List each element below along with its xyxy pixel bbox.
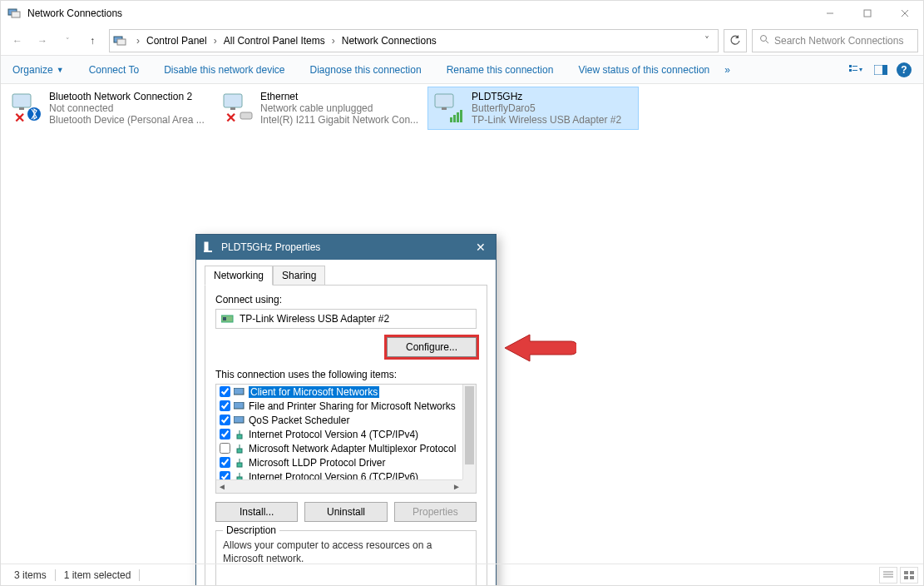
item-checkbox[interactable] bbox=[220, 400, 230, 411]
view-status-button[interactable]: View status of this connection bbox=[578, 64, 709, 76]
connection-item[interactable]: Internet Protocol Version 4 (TCP/IPv4) bbox=[216, 427, 476, 441]
svg-rect-49 bbox=[910, 571, 914, 574]
svg-rect-16 bbox=[12, 94, 31, 107]
toolbar: Organize▼ Connect To Disable this networ… bbox=[1, 56, 923, 84]
view-options-button[interactable] bbox=[847, 61, 865, 79]
svg-rect-7 bbox=[117, 39, 126, 45]
up-button[interactable]: ↑ bbox=[81, 29, 104, 52]
connection-item[interactable]: Microsoft Network Adapter Multiplexor Pr… bbox=[216, 441, 476, 455]
adapter-ethernet[interactable]: ✕ Ethernet Network cable unplugged Intel… bbox=[217, 87, 427, 129]
connect-using-label: Connect using: bbox=[215, 294, 477, 305]
vertical-scrollbar[interactable] bbox=[462, 385, 476, 479]
large-icons-view-button[interactable] bbox=[900, 567, 918, 584]
svg-rect-17 bbox=[19, 107, 24, 110]
refresh-button[interactable] bbox=[724, 29, 747, 52]
service-icon bbox=[234, 401, 245, 411]
item-checkbox[interactable] bbox=[220, 429, 230, 440]
adapter-status: ButterflyDaro5 bbox=[472, 102, 635, 114]
window-title: Network Connections bbox=[27, 7, 811, 19]
statusbar: 3 items 1 item selected bbox=[1, 564, 923, 585]
adapter-bluetooth[interactable]: ✕ Bluetooth Network Connection 2 Not con… bbox=[6, 87, 215, 129]
svg-rect-12 bbox=[849, 69, 852, 72]
svg-rect-3 bbox=[864, 10, 871, 17]
content-area: ✕ Bluetooth Network Connection 2 Not con… bbox=[1, 84, 923, 564]
chevron-right-icon[interactable]: › bbox=[209, 35, 222, 47]
adapter-bluetooth-icon: ✕ bbox=[9, 91, 44, 126]
horizontal-scrollbar[interactable]: ◄► bbox=[216, 479, 462, 493]
help-button[interactable]: ? bbox=[897, 62, 912, 77]
recent-dropdown[interactable]: ˅ bbox=[56, 29, 79, 52]
svg-text:✕: ✕ bbox=[14, 111, 25, 125]
items-listbox[interactable]: Client for Microsoft NetworksFile and Pr… bbox=[215, 384, 477, 494]
address-dropdown[interactable]: ˅ bbox=[699, 35, 714, 47]
connection-item[interactable]: Microsoft LLDP Protocol Driver bbox=[216, 455, 476, 469]
maximize-button[interactable] bbox=[848, 1, 886, 26]
connect-to-button[interactable]: Connect To bbox=[89, 64, 140, 76]
adapter-name: Ethernet bbox=[260, 91, 423, 102]
disable-device-button[interactable]: Disable this network device bbox=[164, 64, 284, 76]
dialog-close-button[interactable]: ✕ bbox=[472, 239, 489, 256]
item-label: Client for Microsoft Networks bbox=[249, 386, 379, 398]
item-checkbox[interactable] bbox=[220, 457, 230, 468]
item-checkbox[interactable] bbox=[220, 386, 230, 397]
protocol-icon bbox=[234, 458, 245, 468]
protocol-icon bbox=[234, 430, 245, 440]
back-button[interactable]: ← bbox=[6, 29, 29, 52]
properties-button[interactable]: Properties bbox=[394, 502, 477, 522]
svg-rect-34 bbox=[234, 388, 244, 395]
address-bar[interactable]: › Control Panel › All Control Panel Item… bbox=[109, 29, 719, 52]
search-icon bbox=[759, 34, 769, 47]
dialog-title: PLDT5GHz Properties bbox=[221, 241, 472, 253]
svg-rect-13 bbox=[852, 70, 857, 71]
description-text: Allows your computer to access resources… bbox=[223, 539, 469, 565]
svg-point-8 bbox=[761, 36, 767, 42]
breadcrumb-all-items[interactable]: All Control Panel Items bbox=[222, 35, 327, 47]
connection-item[interactable]: QoS Packet Scheduler bbox=[216, 413, 476, 427]
protocol-icon bbox=[234, 444, 245, 454]
adapter-ethernet-icon: ✕ bbox=[220, 91, 255, 126]
svg-rect-30 bbox=[205, 242, 208, 251]
status-item-count: 3 items bbox=[6, 569, 56, 581]
rename-button[interactable]: Rename this connection bbox=[447, 64, 554, 76]
svg-rect-50 bbox=[904, 576, 908, 579]
description-legend: Description bbox=[223, 524, 279, 536]
svg-rect-36 bbox=[234, 416, 244, 423]
service-icon bbox=[234, 387, 245, 397]
preview-pane-button[interactable] bbox=[872, 61, 890, 79]
item-label: File and Printer Sharing for Microsoft N… bbox=[249, 400, 456, 412]
tab-networking[interactable]: Networking bbox=[205, 266, 273, 286]
tab-panel: Connect using: TP-Link Wireless USB Adap… bbox=[205, 285, 487, 586]
chevron-right-icon[interactable]: › bbox=[327, 35, 340, 47]
item-label: Microsoft LLDP Protocol Driver bbox=[249, 457, 386, 469]
more-commands-button[interactable]: » bbox=[724, 64, 730, 76]
svg-rect-15 bbox=[882, 65, 887, 75]
organize-menu[interactable]: Organize▼ bbox=[12, 64, 64, 76]
chevron-right-icon[interactable]: › bbox=[131, 35, 145, 47]
dialog-titlebar[interactable]: PLDT5GHz Properties ✕ bbox=[196, 235, 496, 260]
install-button[interactable]: Install... bbox=[215, 502, 298, 522]
adapter-wifi[interactable]: PLDT5GHz ButterflyDaro5 TP-Link Wireless… bbox=[428, 87, 638, 129]
connection-item[interactable]: File and Printer Sharing for Microsoft N… bbox=[216, 399, 476, 413]
adapter-status: Network cable unplugged bbox=[260, 102, 423, 114]
svg-text:✕: ✕ bbox=[225, 111, 236, 125]
adapter-list: ✕ Bluetooth Network Connection 2 Not con… bbox=[6, 87, 918, 129]
item-checkbox[interactable] bbox=[220, 443, 230, 454]
minimize-button[interactable] bbox=[811, 1, 848, 26]
breadcrumb-control-panel[interactable]: Control Panel bbox=[145, 35, 209, 47]
tab-sharing[interactable]: Sharing bbox=[273, 266, 325, 286]
svg-rect-24 bbox=[435, 94, 453, 107]
svg-rect-20 bbox=[224, 94, 242, 107]
details-view-button[interactable] bbox=[879, 567, 897, 584]
configure-button[interactable]: Configure... bbox=[387, 337, 477, 357]
titlebar: Network Connections bbox=[1, 1, 923, 26]
adapter-name: Bluetooth Network Connection 2 bbox=[49, 91, 212, 102]
search-input[interactable]: Search Network Connections bbox=[752, 29, 918, 52]
item-checkbox[interactable] bbox=[220, 415, 230, 425]
items-label: This connection uses the following items… bbox=[215, 369, 477, 380]
uninstall-button[interactable]: Uninstall bbox=[304, 502, 387, 522]
forward-button[interactable]: → bbox=[31, 29, 54, 52]
close-button[interactable] bbox=[886, 1, 923, 26]
breadcrumb-network-connections[interactable]: Network Connections bbox=[340, 35, 438, 47]
diagnose-button[interactable]: Diagnose this connection bbox=[310, 64, 422, 76]
connection-item[interactable]: Client for Microsoft Networks bbox=[216, 385, 476, 399]
